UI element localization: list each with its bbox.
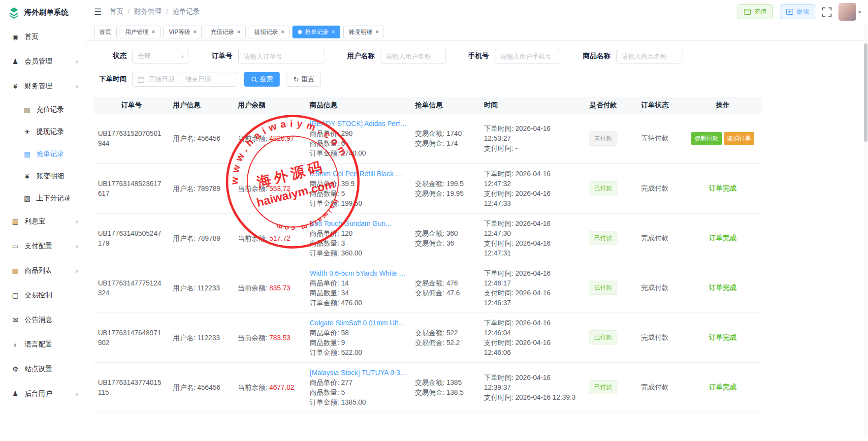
- sidebar-item-site-settings[interactable]: ⚙站点设置: [0, 357, 87, 381]
- payment-status-badge: 未付款: [589, 131, 617, 146]
- sidebar-item-announcements[interactable]: ✉公告消息: [0, 308, 87, 332]
- order-time: 下单时间: 2026-04-16 12:53:27: [484, 124, 577, 143]
- status-select-value: 全部: [138, 52, 151, 61]
- sidebar-item-product-list[interactable]: ▦商品列表∨: [0, 258, 87, 283]
- reset-label: 重置: [301, 75, 314, 84]
- breadcrumb-item[interactable]: 首页: [109, 7, 123, 16]
- close-icon[interactable]: ×: [237, 29, 240, 35]
- user-info-cell: 用户名: 456456: [169, 362, 234, 412]
- user-info-cell: 用户名: 112233: [169, 263, 234, 313]
- user-info: 用户名: 789789: [173, 233, 230, 243]
- tab-vip-level[interactable]: VIP等级×: [163, 26, 202, 38]
- topbar-actions: 充值 提现 ▾: [738, 3, 861, 21]
- breadcrumb: 首页/财务管理/抢单记录: [109, 7, 200, 16]
- card-icon: [786, 9, 793, 15]
- close-icon[interactable]: ×: [375, 29, 379, 35]
- user-info-cell: 用户名: 789789: [169, 213, 234, 263]
- tab-account-changes[interactable]: 账变明细×: [343, 26, 384, 38]
- product-title-link[interactable]: [READY STOCK] Adidas Perfor...: [310, 119, 407, 128]
- user-menu[interactable]: ▾: [838, 3, 861, 21]
- trade-icon: ▢: [11, 291, 20, 299]
- sidebar-subitem-account-changes[interactable]: ¥账变明细: [0, 165, 87, 187]
- scrollbar[interactable]: [864, 25, 868, 438]
- date-separator: -: [179, 76, 181, 83]
- order-status-cell: 完成付款: [626, 362, 684, 412]
- trade-amount: 交易金额: 360: [415, 228, 476, 238]
- close-icon[interactable]: ×: [281, 29, 284, 35]
- filter-row-2: 下单时间 开始日期 - 结束日期 搜索: [94, 72, 861, 87]
- main-area: ☰ 首页/财务管理/抢单记录 充值 提现: [87, 0, 868, 441]
- order-no-cell: UB17763147775124324: [94, 263, 169, 313]
- sidebar-item-admin-users[interactable]: ♟后台用户∨: [0, 381, 87, 406]
- close-icon[interactable]: ×: [152, 29, 155, 35]
- balance-label: 当前余额:: [238, 284, 267, 292]
- product-title-link[interactable]: Soft Touch Gundam Gun...: [310, 219, 407, 228]
- trade-commission: 交易佣金: 19.95: [415, 189, 476, 198]
- sidebar-item-label: 站点设置: [25, 365, 52, 374]
- sidebar-item-language-config[interactable]: ♁语言配置: [0, 332, 87, 357]
- sidebar-toggle-icon[interactable]: ☰: [94, 7, 101, 17]
- username-input[interactable]: [381, 49, 446, 63]
- product-name-label: 商品名称: [583, 52, 611, 61]
- pay-time: 支付时间: 2026-04-16 12:47:31: [484, 238, 577, 258]
- phone-label: 手机号: [468, 52, 489, 61]
- cancel-order-button[interactable]: 取消订单: [724, 132, 754, 145]
- trade-commission: 交易佣金: 36: [415, 238, 476, 248]
- payment-status-badge: 已付款: [589, 281, 617, 295]
- withdraw-button[interactable]: 提现: [780, 4, 815, 19]
- table-header-cell: 商品信息: [306, 97, 411, 114]
- trade-commission: 交易佣金: 52.2: [415, 338, 476, 347]
- user-balance: 当前余额:553.72: [238, 184, 302, 193]
- product-quantity: 商品数量: 9: [310, 338, 407, 347]
- order-no-input[interactable]: [238, 49, 324, 63]
- sidebar-subitem-score-records[interactable]: ▧上下分记录: [0, 187, 87, 209]
- order-amount: 订单金额: 360.00: [310, 248, 407, 258]
- order-status: 完成付款: [641, 333, 669, 341]
- recharge-button[interactable]: 充值: [738, 4, 773, 19]
- grab-info-cell: 交易金额: 476交易佣金: 47.6: [411, 263, 480, 313]
- tab-user-management[interactable]: 用户管理×: [120, 26, 161, 38]
- sidebar-item-members[interactable]: ♟会员管理∨: [0, 49, 87, 74]
- breadcrumb-separator: /: [166, 8, 168, 16]
- sidebar-item-trade-control[interactable]: ▢交易控制: [0, 283, 87, 308]
- close-icon[interactable]: ×: [331, 29, 335, 35]
- product-title-link[interactable]: [Malaysia Stock] TUTUYA 0-3 Ye...: [310, 368, 407, 378]
- tab-withdraw-records[interactable]: 提现记录×: [249, 26, 289, 38]
- sidebar-subitem-grab-records[interactable]: ▤抢单记录: [0, 143, 87, 165]
- product-title-link[interactable]: Colgate SlimSoft 0.01mm Ultra ...: [310, 318, 407, 328]
- order-no: UB17763147648971902: [98, 328, 165, 347]
- product-name-input[interactable]: [616, 49, 682, 63]
- status-select[interactable]: 全部 ▾: [132, 49, 189, 63]
- language-icon: ♁: [11, 341, 20, 348]
- date-range-picker[interactable]: 开始日期 - 结束日期: [132, 72, 237, 87]
- tab-grab-records[interactable]: 抢单记录×: [292, 26, 340, 38]
- pay-time: 支付时间: 2026-04-16 12:39:3: [484, 392, 577, 402]
- search-button[interactable]: 搜索: [244, 72, 280, 87]
- scrollbar-thumb[interactable]: [864, 43, 868, 142]
- sidebar-item-payment-config[interactable]: ▭支付配置∨: [0, 234, 87, 258]
- reset-button[interactable]: ↻ 重置: [287, 72, 321, 87]
- breadcrumb-item[interactable]: 抢单记录: [172, 7, 200, 16]
- order-amount: 订单金额: 1740.00: [310, 148, 407, 158]
- product-title-link[interactable]: 0.5mm Gel Pen Refill Black Red ...: [310, 169, 407, 179]
- breadcrumb-item[interactable]: 财务管理: [134, 7, 161, 16]
- balance-value: 4820.97: [269, 134, 294, 142]
- order-time: 下单时间: 2026-04-16 12:46:04: [484, 318, 577, 338]
- phone-input[interactable]: [495, 49, 560, 63]
- sidebar-item-label: 交易控制: [25, 291, 52, 300]
- tab-home[interactable]: 首页: [94, 26, 117, 38]
- fullscreen-icon[interactable]: [822, 7, 832, 17]
- sidebar-item-interest[interactable]: ▥利息宝∨: [0, 209, 87, 234]
- product-title-link[interactable]: Width 0.6-5cm 5Yards White Bla...: [310, 268, 407, 278]
- table-header-cell: 用户余额: [234, 97, 306, 114]
- sidebar-item-finance[interactable]: ¥财务管理∧: [0, 74, 87, 98]
- sidebar-item-home[interactable]: ◉首页: [0, 25, 87, 49]
- close-icon[interactable]: ×: [193, 29, 196, 35]
- force-pay-button[interactable]: 强制付款: [691, 132, 722, 145]
- tab-recharge-records[interactable]: 充值记录×: [205, 26, 246, 38]
- order-status-cell: 完成付款: [626, 213, 684, 263]
- sidebar-subitem-withdraw-records[interactable]: ✈提现记录: [0, 121, 87, 143]
- tab-label: 抢单记录: [305, 28, 328, 36]
- user-balance-cell: 当前余额:4820.97: [234, 114, 306, 163]
- sidebar-subitem-recharge-records[interactable]: ▦充值记录: [0, 98, 87, 121]
